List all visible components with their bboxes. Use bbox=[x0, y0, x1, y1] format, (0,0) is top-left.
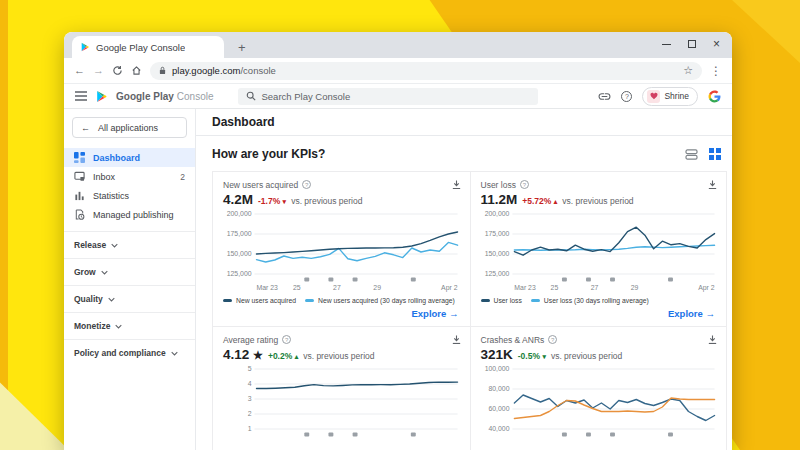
url-bar[interactable]: play.google.com/console ☆ bbox=[150, 62, 702, 80]
maximize-button[interactable] bbox=[688, 40, 696, 48]
header-actions: ? Shrine bbox=[598, 87, 721, 106]
hamburger-menu-icon[interactable] bbox=[75, 91, 87, 101]
console-brand: Google Play Console bbox=[116, 91, 214, 102]
search-placeholder: Search Play Console bbox=[262, 91, 351, 102]
kpi-delta: +5.72% ▴ bbox=[522, 196, 557, 206]
browser-menu-icon[interactable]: ⋮ bbox=[710, 65, 722, 77]
svg-text:150,000: 150,000 bbox=[227, 250, 252, 257]
back-icon[interactable]: ← bbox=[74, 65, 85, 76]
svg-text:Mar 23: Mar 23 bbox=[514, 284, 535, 291]
sidebar-section-monetize[interactable]: Monetize bbox=[64, 312, 195, 339]
page-title: Dashboard bbox=[196, 109, 732, 136]
sidebar-section-grow[interactable]: Grow bbox=[64, 258, 195, 285]
search-icon bbox=[246, 91, 256, 101]
sidebar-section-quality[interactable]: Quality bbox=[64, 285, 195, 312]
svg-text:40,000: 40,000 bbox=[488, 425, 509, 432]
chevron-down-icon bbox=[171, 351, 178, 356]
new-users-chart: 200,000175,000150,000125,000Mar 23252729… bbox=[223, 210, 462, 294]
kpi-delta: -0.5% ▾ bbox=[518, 351, 546, 361]
browser-tab-strip: Google Play Console + × bbox=[64, 32, 732, 58]
sidebar-section-release[interactable]: Release bbox=[64, 231, 195, 258]
help-icon[interactable]: ? bbox=[548, 335, 557, 344]
browser-window: Google Play Console + × ← → play.google.… bbox=[64, 32, 732, 450]
section-label: Policy and compliance bbox=[74, 348, 166, 358]
svg-text:Mar 23: Mar 23 bbox=[257, 284, 279, 291]
dashboard-icon bbox=[74, 152, 85, 163]
play-logo-icon bbox=[95, 90, 108, 103]
shrine-app-icon bbox=[647, 90, 660, 103]
help-icon[interactable]: ? bbox=[621, 91, 632, 102]
home-icon[interactable] bbox=[131, 65, 142, 76]
download-icon[interactable] bbox=[707, 179, 718, 190]
svg-text:27: 27 bbox=[590, 284, 598, 291]
svg-text:2: 2 bbox=[248, 410, 252, 417]
link-icon[interactable] bbox=[598, 92, 611, 101]
sidebar-item-label: Dashboard bbox=[93, 153, 140, 163]
sidebar-item-inbox[interactable]: Inbox 2 bbox=[64, 167, 195, 186]
sidebar-item-managed-publishing[interactable]: Managed publishing bbox=[64, 205, 195, 224]
download-icon[interactable] bbox=[451, 334, 462, 345]
svg-text:200,000: 200,000 bbox=[227, 210, 252, 217]
kpi-delta: -1.7% ▾ bbox=[258, 196, 286, 206]
sidebar-section-policy[interactable]: Policy and compliance bbox=[64, 339, 195, 366]
managed-publishing-icon bbox=[74, 209, 85, 220]
sidebar-item-statistics[interactable]: Statistics bbox=[64, 186, 195, 205]
explore-link[interactable]: Explore → bbox=[223, 308, 462, 319]
sidebar-item-label: Statistics bbox=[93, 191, 129, 201]
close-button[interactable]: × bbox=[713, 38, 720, 50]
explore-link[interactable]: Explore → bbox=[481, 308, 719, 319]
legend-swatch-dark bbox=[223, 299, 232, 302]
arrow-right-icon: → bbox=[706, 308, 716, 319]
svg-text:175,000: 175,000 bbox=[484, 230, 509, 237]
legend-swatch-dark bbox=[481, 299, 490, 302]
chart-legend: User loss User loss (30 days rolling ave… bbox=[481, 297, 719, 304]
help-icon[interactable]: ? bbox=[302, 180, 311, 189]
svg-text:1: 1 bbox=[248, 425, 252, 432]
inbox-count-badge: 2 bbox=[180, 172, 185, 182]
svg-text:25: 25 bbox=[293, 284, 301, 291]
browser-tab[interactable]: Google Play Console bbox=[72, 36, 224, 58]
browser-toolbar: ← → play.google.com/console ☆ ⋮ bbox=[64, 58, 732, 84]
kpi-panel: New users acquired ? 4.2M -1.7% ▾ vs. pr… bbox=[212, 171, 727, 450]
app-switcher-pill[interactable]: Shrine bbox=[642, 87, 698, 106]
svg-text:29: 29 bbox=[630, 284, 638, 291]
user-loss-chart: 200,000175,000150,000125,000Mar 23252729… bbox=[481, 210, 719, 294]
svg-text:60,000: 60,000 bbox=[488, 405, 509, 412]
window-controls: × bbox=[662, 32, 720, 56]
section-label: Quality bbox=[74, 294, 103, 304]
rating-star-icon: ★ bbox=[253, 349, 263, 361]
all-applications-button[interactable]: ← All applications bbox=[72, 117, 187, 138]
grid-view-icon[interactable] bbox=[709, 148, 721, 160]
google-logo-icon[interactable] bbox=[708, 90, 721, 103]
card-title: Crashes & ANRs bbox=[481, 335, 545, 345]
card-title: New users acquired bbox=[223, 180, 298, 190]
url-text: play.google.com/console bbox=[172, 65, 276, 76]
svg-text:5: 5 bbox=[248, 365, 252, 372]
kpi-compare-label: vs. previous period bbox=[291, 196, 362, 206]
kpi-section-title: How are your KPIs? bbox=[212, 147, 325, 161]
minimize-button[interactable] bbox=[662, 44, 671, 45]
inbox-icon bbox=[74, 171, 85, 182]
forward-icon[interactable]: → bbox=[93, 65, 104, 76]
card-title: User loss bbox=[481, 180, 516, 190]
all-applications-label: All applications bbox=[98, 123, 158, 133]
back-arrow-icon: ← bbox=[81, 123, 90, 133]
download-icon[interactable] bbox=[707, 334, 718, 345]
legend-swatch-light bbox=[305, 299, 314, 302]
list-view-icon[interactable] bbox=[685, 149, 698, 160]
lock-icon bbox=[159, 66, 166, 75]
help-icon[interactable]: ? bbox=[520, 180, 529, 189]
svg-text:125,000: 125,000 bbox=[227, 270, 252, 277]
legend-label: New users acquired (30 days rolling aver… bbox=[318, 297, 455, 304]
bookmark-star-icon[interactable]: ☆ bbox=[683, 65, 693, 76]
view-toggles bbox=[685, 148, 724, 160]
section-label: Release bbox=[74, 240, 106, 250]
help-icon[interactable]: ? bbox=[282, 335, 291, 344]
search-input[interactable]: Search Play Console bbox=[238, 88, 538, 105]
sidebar-item-dashboard[interactable]: Dashboard bbox=[64, 148, 195, 167]
play-logo-icon bbox=[80, 42, 90, 52]
reload-icon[interactable] bbox=[112, 65, 123, 76]
download-icon[interactable] bbox=[451, 179, 462, 190]
new-tab-button[interactable]: + bbox=[238, 41, 246, 54]
kpi-card-average-rating: Average rating ? 4.12 ★ +0.2% ▴ vs. prev… bbox=[213, 326, 470, 450]
